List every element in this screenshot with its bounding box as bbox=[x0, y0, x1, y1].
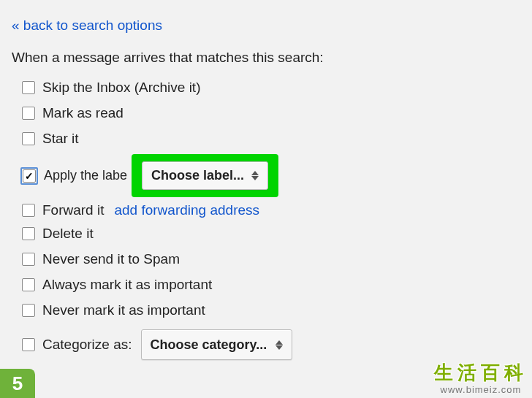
label-skip-inbox: Skip the Inbox (Archive it) bbox=[42, 77, 200, 98]
option-star-it: Star it bbox=[12, 129, 520, 149]
option-mark-read: Mark as read bbox=[12, 103, 520, 123]
label-never-important: Never mark it as important bbox=[42, 300, 205, 321]
label-apply-label: Apply the labe bbox=[44, 168, 127, 183]
checkbox-skip-inbox[interactable] bbox=[22, 81, 35, 94]
label-star-it: Star it bbox=[42, 129, 79, 149]
checkbox-star-it[interactable] bbox=[22, 132, 35, 145]
choose-label-text: Choose label... bbox=[151, 168, 244, 183]
checkbox-categorize[interactable] bbox=[22, 338, 35, 351]
option-skip-inbox: Skip the Inbox (Archive it) bbox=[12, 77, 520, 98]
label-delete-it: Delete it bbox=[42, 223, 94, 244]
sort-icon bbox=[276, 340, 283, 350]
option-never-important: Never mark it as important bbox=[12, 300, 520, 321]
label-mark-read: Mark as read bbox=[42, 103, 123, 123]
label-always-important: Always mark it as important bbox=[42, 275, 212, 295]
checkbox-apply-label[interactable] bbox=[23, 169, 36, 183]
checkbox-never-spam[interactable] bbox=[22, 253, 35, 266]
choose-label-dropdown[interactable]: Choose label... bbox=[142, 161, 268, 190]
option-apply-label: Apply the labe Choose label... bbox=[12, 154, 520, 197]
choose-category-dropdown[interactable]: Choose category... bbox=[141, 329, 293, 360]
add-forwarding-link[interactable]: add forwarding address bbox=[114, 202, 259, 218]
checkbox-forward-it[interactable] bbox=[22, 204, 35, 217]
choose-category-text: Choose category... bbox=[151, 334, 267, 355]
step-badge: 5 bbox=[0, 369, 35, 398]
label-never-spam: Never send it to Spam bbox=[42, 249, 180, 269]
checkbox-always-important[interactable] bbox=[22, 278, 35, 291]
option-forward-it: Forward it add forwarding address bbox=[12, 202, 520, 218]
sort-icon bbox=[251, 171, 259, 180]
checkbox-never-important[interactable] bbox=[22, 304, 35, 317]
option-never-spam: Never send it to Spam bbox=[12, 249, 520, 269]
option-categorize: Categorize as: Choose category... bbox=[12, 329, 520, 360]
label-forward-it: Forward it bbox=[42, 202, 104, 218]
highlight-choose-label: Choose label... bbox=[132, 154, 278, 197]
checkbox-mark-read[interactable] bbox=[22, 107, 35, 120]
option-delete-it: Delete it bbox=[12, 223, 520, 244]
label-categorize: Categorize as: bbox=[42, 334, 132, 355]
checkbox-delete-it[interactable] bbox=[22, 227, 35, 240]
option-always-important: Always mark it as important bbox=[12, 275, 520, 295]
watermark-url: www.bimeiz.com bbox=[434, 384, 528, 395]
filter-prompt: When a message arrives that matches this… bbox=[12, 50, 520, 66]
back-to-search-link[interactable]: « back to search options bbox=[12, 18, 162, 34]
